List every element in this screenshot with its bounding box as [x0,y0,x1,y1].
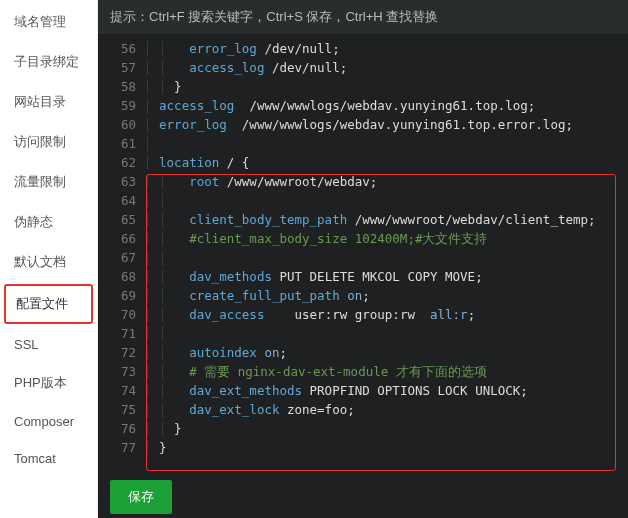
line-number: 58 [98,77,144,96]
code-line: 76│ │ } [98,419,628,438]
line-number: 71 [98,324,144,343]
code-line: 65│ │ client_body_temp_path /www/wwwroot… [98,210,628,229]
line-number: 57 [98,58,144,77]
code-line: 74│ │ dav_ext_methods PROPFIND OPTIONS L… [98,381,628,400]
line-number: 77 [98,438,144,457]
line-number: 76 [98,419,144,438]
code-line: 75│ │ dav_ext_lock zone=foo; [98,400,628,419]
code-line: 58│ │ } [98,77,628,96]
code-line: 56│ │ error_log /dev/null; [98,39,628,58]
line-number: 66 [98,229,144,248]
sidebar-item-0[interactable]: 域名管理 [0,2,97,42]
code-line: 71│ │ [98,324,628,343]
sidebar-item-3[interactable]: 访问限制 [0,122,97,162]
hint-bar: 提示：Ctrl+F 搜索关键字，Ctrl+S 保存，Ctrl+H 查找替换 [98,0,628,34]
line-number: 56 [98,39,144,58]
sidebar-item-2[interactable]: 网站目录 [0,82,97,122]
line-number: 64 [98,191,144,210]
code-line: 77│ } [98,438,628,457]
code-line: 73│ │ # 需要 nginx-dav-ext-module 才有下面的选项 [98,362,628,381]
line-number: 59 [98,96,144,115]
line-number: 70 [98,305,144,324]
line-number: 75 [98,400,144,419]
sidebar-item-11[interactable]: Tomcat [0,440,97,477]
code-line: 62│ location / { [98,153,628,172]
line-number: 65 [98,210,144,229]
line-number: 73 [98,362,144,381]
code-line: 68│ │ dav_methods PUT DELETE MKCOL COPY … [98,267,628,286]
code-editor[interactable]: 56│ │ error_log /dev/null;57│ │ access_l… [98,34,628,518]
sidebar-item-10[interactable]: Composer [0,403,97,440]
code-line: 57│ │ access_log /dev/null; [98,58,628,77]
sidebar-item-4[interactable]: 流量限制 [0,162,97,202]
code-line: 64│ │ [98,191,628,210]
code-line: 72│ │ autoindex on; [98,343,628,362]
sidebar-item-1[interactable]: 子目录绑定 [0,42,97,82]
code-line: 66│ │ #client_max_body_size 102400M;#大文件… [98,229,628,248]
code-line: 61│ [98,134,628,153]
line-number: 60 [98,115,144,134]
line-number: 74 [98,381,144,400]
line-number: 69 [98,286,144,305]
line-number: 62 [98,153,144,172]
line-number: 61 [98,134,144,153]
sidebar-item-8[interactable]: SSL [0,326,97,363]
sidebar-item-5[interactable]: 伪静态 [0,202,97,242]
code-line: 69│ │ create_full_put_path on; [98,286,628,305]
code-line: 60│ error_log /www/wwwlogs/webdav.yunyin… [98,115,628,134]
save-button[interactable]: 保存 [110,480,172,514]
sidebar: 域名管理子目录绑定网站目录访问限制流量限制伪静态默认文档配置文件SSLPHP版本… [0,0,98,518]
sidebar-item-9[interactable]: PHP版本 [0,363,97,403]
line-number: 63 [98,172,144,191]
code-line: 59│ access_log /www/wwwlogs/webdav.yunyi… [98,96,628,115]
line-number: 67 [98,248,144,267]
sidebar-item-7[interactable]: 配置文件 [4,284,93,324]
code-line: 67│ │ [98,248,628,267]
line-number: 72 [98,343,144,362]
sidebar-item-6[interactable]: 默认文档 [0,242,97,282]
code-line: 70│ │ dav_access user:rw group:rw all:r; [98,305,628,324]
main-panel: 提示：Ctrl+F 搜索关键字，Ctrl+S 保存，Ctrl+H 查找替换 56… [98,0,628,518]
line-number: 68 [98,267,144,286]
code-line: 63│ │ root /www/wwwroot/webdav; [98,172,628,191]
